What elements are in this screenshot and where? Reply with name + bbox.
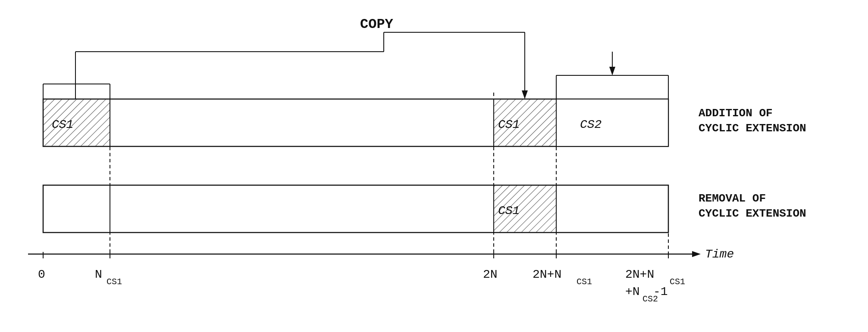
cs1-label-lower: CS1 (498, 204, 520, 217)
diagram-container: CS1 CS1 CS2 CS1 COPY (0, 0, 868, 332)
time-label: Time (705, 248, 734, 261)
x-label-full-sub1: CS1 (670, 277, 685, 287)
svg-marker-22 (609, 67, 615, 75)
svg-rect-5 (556, 99, 668, 146)
x-label-full: 2N+N (625, 268, 654, 281)
x-label-ncs1: N (95, 268, 102, 281)
svg-marker-25 (692, 251, 701, 257)
label-removal-1: REMOVAL OF (699, 192, 766, 205)
cs1-label-upper-left: CS1 (52, 118, 73, 131)
label-addition-2: CYCLIC EXTENSION (699, 122, 806, 135)
x-label-2n-ncs1: 2N+N (533, 268, 561, 281)
svg-rect-6 (43, 185, 668, 233)
label-addition-1: ADDITION OF (699, 107, 773, 120)
x-label-0: 0 (38, 268, 45, 281)
x-label-full-2: +N (625, 285, 640, 298)
copy-label: COPY (360, 16, 394, 32)
cs2-label: CS2 (580, 118, 602, 131)
x-label-2n: 2N (483, 268, 498, 281)
cs1-label-upper-right: CS1 (498, 118, 520, 131)
x-label-2n-ncs1-sub: CS1 (577, 277, 592, 287)
label-removal-2: CYCLIC EXTENSION (699, 207, 806, 220)
x-label-full-3: -1 (653, 285, 668, 298)
x-label-ncs1-sub: CS1 (107, 277, 122, 287)
svg-marker-14 (522, 90, 528, 99)
